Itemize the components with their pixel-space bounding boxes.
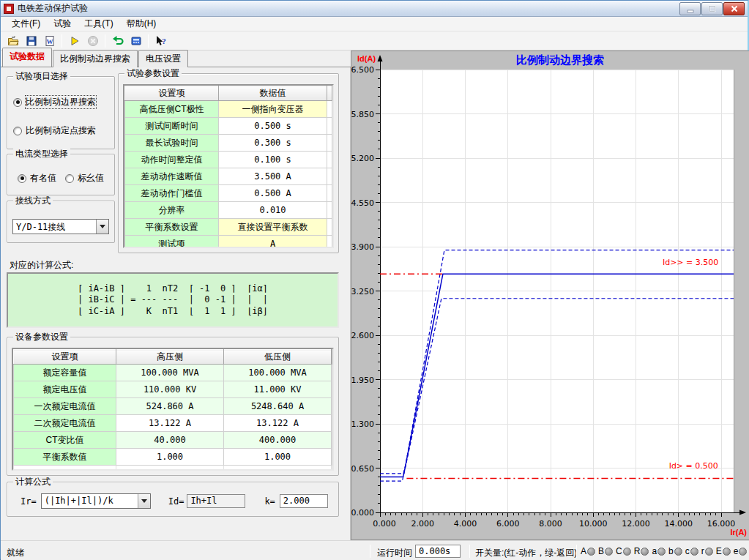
undo-icon xyxy=(112,35,124,47)
param-name: CT变比值 xyxy=(14,432,116,449)
app-icon xyxy=(4,4,14,14)
radio-icon xyxy=(13,127,22,135)
menu-item-tools[interactable]: 工具(T) xyxy=(78,16,119,31)
run-icon xyxy=(69,35,81,47)
param-name: 额定电压值 xyxy=(14,381,116,398)
high-side-value[interactable]: 40.000 xyxy=(116,432,224,449)
spacer-cell xyxy=(332,381,332,398)
y-tick-label: 3.900 xyxy=(351,242,374,252)
spacer-cell xyxy=(327,168,332,185)
current-type-group: 电流类型选择 有名值 标幺值 xyxy=(7,154,115,195)
ir-formula-select[interactable]: (|Ih|+|Il|)/k xyxy=(41,493,151,509)
undo-button[interactable] xyxy=(108,33,127,49)
calculator-button[interactable] xyxy=(127,33,145,49)
device-params-group: 设备参数设置 设置项 高压侧 低压侧 额定容量值100.000 MVA100.0… xyxy=(7,337,339,476)
switch-quantity-label: 开关量:(红-动作，绿-返回) xyxy=(475,547,577,559)
param-value[interactable]: 直接设置平衡系数 xyxy=(219,219,327,236)
indicator-letter: B xyxy=(598,546,604,556)
calc-formula-group: 计算公式 Ir= (|Ih|+|Il|)/k Id= Ih+Il k= 2.00… xyxy=(7,482,339,517)
low-side-value[interactable]: 11.000 KV xyxy=(224,381,332,398)
radio-named-value[interactable]: 有名值 xyxy=(18,172,56,184)
indicator-lamp-icon xyxy=(587,548,595,556)
close-button[interactable] xyxy=(723,2,745,15)
menu-item-test[interactable]: 试验 xyxy=(47,16,78,31)
radio-fixed-point-search[interactable]: 比例制动定点搜索 xyxy=(13,124,108,137)
device-param-row: 一次额定电流值524.860 A5248.640 A xyxy=(14,398,332,415)
radio-icon xyxy=(18,174,26,183)
maximize-button[interactable] xyxy=(701,2,723,15)
run-test-button[interactable] xyxy=(65,33,83,49)
minimize-button[interactable] xyxy=(679,2,701,15)
indicator-lamp-icon xyxy=(674,548,682,556)
empty-cell xyxy=(332,466,332,471)
param-value[interactable]: 0.500 s xyxy=(219,118,327,135)
high-side-value[interactable]: 100.000 MVA xyxy=(116,365,224,381)
wiring-mode-select[interactable]: Y/D-11接线 xyxy=(12,219,109,234)
indicator-lamp-icon xyxy=(690,548,698,556)
radio-per-unit-value[interactable]: 标幺值 xyxy=(65,172,104,184)
indicator-letter: e xyxy=(734,546,739,556)
low-side-value[interactable]: 1.000 xyxy=(224,449,332,466)
y-tick-label: 1.300 xyxy=(351,419,374,429)
tab-test-data[interactable]: 试验数据 xyxy=(2,48,52,67)
boundary-search-chart: 0.0002.0004.0006.0008.00010.00012.00014.… xyxy=(351,51,749,540)
radio-label: 有名值 xyxy=(30,172,56,184)
tab-ratio-brake-boundary-search[interactable]: 比例制动边界搜索 xyxy=(53,50,138,67)
open-button[interactable] xyxy=(4,33,22,49)
runtime-label: 运行时间 xyxy=(377,547,412,559)
svg-text:?: ? xyxy=(162,37,166,45)
param-name: 平衡系数值 xyxy=(14,449,116,466)
k-value-input[interactable]: 2.000 xyxy=(280,494,328,508)
statusbar-separator xyxy=(469,545,470,558)
id-label: Id= xyxy=(168,496,185,507)
setline-annotation: Id>> = 3.500 xyxy=(663,258,718,267)
radio-icon xyxy=(65,174,74,183)
high-side-value[interactable]: 1.000 xyxy=(116,449,224,466)
export-report-button[interactable]: W xyxy=(40,33,59,49)
x-tick-label: 14.000 xyxy=(665,519,693,529)
menu-item-file[interactable]: 文件(F) xyxy=(5,16,47,31)
dropdown-button[interactable] xyxy=(96,220,108,234)
indicator-letter: R xyxy=(634,546,641,556)
chart-panel: 0.0002.0004.0006.0008.00010.00012.00014.… xyxy=(351,51,749,540)
low-side-value[interactable]: 400.000 xyxy=(224,432,332,449)
app-window: 电铁差动保护试验 文件(F) 试验 工具(T) 帮助(H) xyxy=(0,0,749,560)
high-side-value[interactable]: 13.122 A xyxy=(116,415,224,432)
param-value[interactable]: 0.500 A xyxy=(219,185,327,202)
high-side-value[interactable]: 524.860 A xyxy=(116,398,224,415)
low-side-value[interactable]: 13.122 A xyxy=(224,415,332,432)
indicator-letter: b xyxy=(668,546,674,556)
test-param-row: 测试间断时间0.500 s xyxy=(125,118,332,135)
param-value[interactable]: 0.300 s xyxy=(219,135,327,152)
dropdown-button[interactable] xyxy=(138,494,150,508)
param-value[interactable]: 0.100 s xyxy=(219,152,327,168)
stop-icon xyxy=(87,35,99,47)
param-value[interactable]: 一侧指向变压器 xyxy=(219,101,327,118)
x-tick-label: 0.000 xyxy=(373,519,396,529)
column-header: 低压侧 xyxy=(224,350,332,365)
empty-cell xyxy=(116,466,224,471)
column-header: 数据值 xyxy=(219,86,327,101)
param-value[interactable]: 0.010 xyxy=(219,202,327,219)
statusbar-separator xyxy=(576,545,577,558)
param-name: 分辨率 xyxy=(125,202,219,219)
menu-item-help[interactable]: 帮助(H) xyxy=(120,16,163,31)
radio-boundary-search[interactable]: 比例制动边界搜索 xyxy=(13,96,108,108)
test-param-row: 测试项A xyxy=(125,236,332,249)
indicator-lamp-icon xyxy=(623,548,631,556)
switch-indicator-r: r xyxy=(701,546,715,556)
low-side-value[interactable]: 100.000 MVA xyxy=(224,365,332,381)
tab-voltage-settings[interactable]: 电压设置 xyxy=(138,50,188,67)
test-params-group: 试验参数设置 设置项 数据值 高低压侧CT极性一侧指向变压器测试间断时间0.50… xyxy=(118,73,339,253)
save-button[interactable] xyxy=(22,33,40,49)
word-document-icon: W xyxy=(44,35,56,47)
spacer-cell xyxy=(332,398,332,415)
spacer-cell xyxy=(327,219,332,236)
low-side-value[interactable]: 5248.640 A xyxy=(224,398,332,415)
param-value[interactable]: A xyxy=(219,236,327,249)
param-value[interactable]: 3.500 A xyxy=(219,168,327,185)
y-tick-label: 2.600 xyxy=(351,331,374,340)
context-help-button[interactable]: ? xyxy=(152,33,170,49)
indicator-lamp-icon xyxy=(657,548,666,556)
high-side-value[interactable]: 110.000 KV xyxy=(116,381,224,398)
